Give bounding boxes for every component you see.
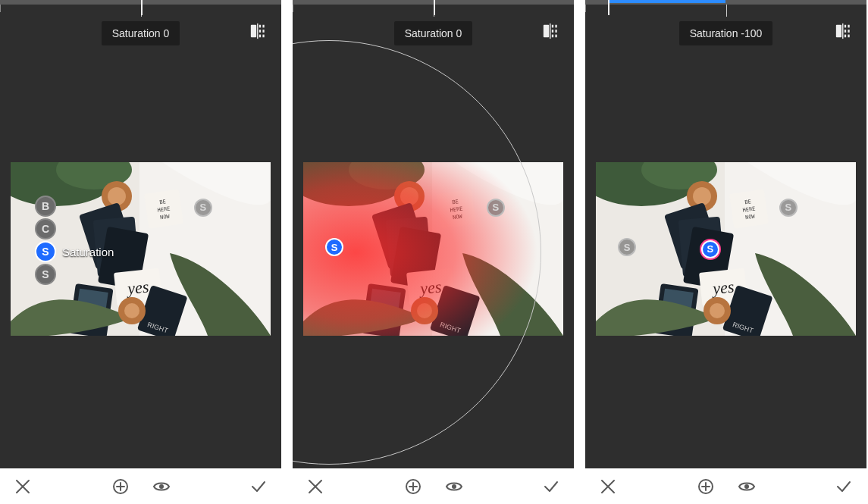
editor-panel: Saturation 0BCSSSaturationS <box>0 0 281 468</box>
preview-button[interactable] <box>738 477 756 496</box>
adjustment-readout: Saturation 0 <box>394 21 473 45</box>
slider-thumb[interactable] <box>141 0 143 15</box>
adjustment-readout: Saturation -100 <box>679 21 773 45</box>
control-point[interactable]: S <box>779 199 797 217</box>
apply-button[interactable] <box>249 477 268 496</box>
selective-option[interactable]: C <box>35 218 56 239</box>
cancel-button[interactable] <box>306 477 324 496</box>
selective-option[interactable]: S <box>35 241 56 262</box>
adjustment-readout-row: Saturation 0 <box>293 21 574 45</box>
slider-tick <box>726 5 727 17</box>
selective-option[interactable]: B <box>35 196 56 217</box>
photo-canvas[interactable]: SSS <box>596 162 856 336</box>
compare-icon[interactable] <box>249 23 266 39</box>
photo-canvas[interactable]: BCSSSaturationS <box>11 162 271 336</box>
slider-track[interactable] <box>0 0 281 5</box>
editor-panel: Saturation 0SS <box>293 0 574 468</box>
adjustment-readout-row: Saturation 0 <box>0 21 281 45</box>
control-point[interactable]: S <box>487 199 505 217</box>
photo-canvas[interactable]: SS <box>303 162 563 336</box>
control-point[interactable]: S <box>194 199 212 217</box>
cancel-button[interactable] <box>14 477 32 496</box>
bottom-toolbar <box>293 468 574 504</box>
selective-adjust-menu: BCSS <box>35 196 56 286</box>
adjustment-readout-row: Saturation -100 <box>585 21 866 45</box>
add-point-button[interactable] <box>697 477 715 496</box>
selective-option-label: Saturation <box>62 246 114 258</box>
slider-track[interactable] <box>585 0 866 5</box>
slider-thumb[interactable] <box>434 0 435 15</box>
cancel-button[interactable] <box>599 477 617 496</box>
compare-icon[interactable] <box>542 23 559 39</box>
preview-button[interactable] <box>445 477 463 496</box>
compare-icon[interactable] <box>835 23 851 39</box>
add-point-button[interactable] <box>111 477 130 496</box>
adjustment-readout: Saturation 0 <box>102 21 180 45</box>
slider-thumb[interactable] <box>608 0 609 15</box>
apply-button[interactable] <box>835 477 853 496</box>
slider-tick <box>293 5 293 12</box>
slider-tick <box>585 5 586 12</box>
selective-option[interactable]: S <box>35 264 56 285</box>
control-point[interactable]: S <box>701 240 719 258</box>
preview-button[interactable] <box>152 477 171 496</box>
slider-tick <box>0 5 1 12</box>
bottom-toolbar <box>585 468 866 504</box>
add-point-button[interactable] <box>404 477 422 496</box>
bottom-toolbar <box>0 468 281 504</box>
editor-panel: Saturation -100SSS <box>585 0 866 468</box>
slider-fill <box>608 0 726 3</box>
slider-track[interactable] <box>293 0 574 5</box>
apply-button[interactable] <box>542 477 560 496</box>
